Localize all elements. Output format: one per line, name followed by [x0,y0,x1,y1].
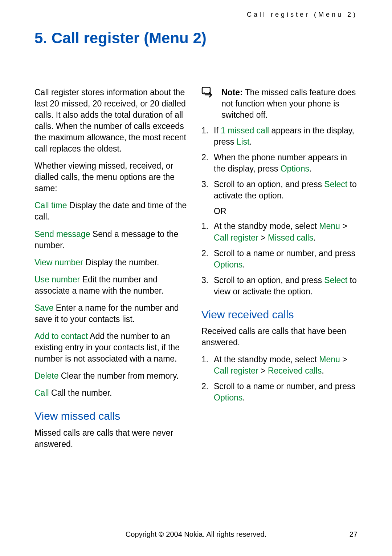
step-key: Received calls [268,366,322,375]
option-label: Call [34,388,49,398]
option-desc: Enter a name for the number and save it … [34,303,179,324]
step-text: > [340,355,347,364]
option-label: Save [34,303,53,313]
list-item: Scroll to an option, and press Select to… [201,179,358,201]
step-key: Menu [319,355,340,364]
list-item: Scroll to a name or number, and press Op… [201,248,358,270]
step-text: > [258,366,268,375]
step-key: 1 missed call [221,126,269,135]
step-key: List [237,137,250,146]
subhead-missed-calls: View missed calls [34,409,191,424]
note-icon [201,87,215,98]
option-label: Add to contact [34,331,88,341]
step-text: At the standby mode, select [214,221,319,231]
step-text: . [242,393,245,402]
option-desc: Display the number. [83,258,159,267]
step-text: . [242,260,245,269]
svg-rect-0 [202,87,210,94]
running-header: Call register (Menu 2) [34,11,358,19]
option-label: Call time [34,201,67,210]
chapter-title: 5. Call register (Menu 2) [34,29,358,47]
note-label: Note: [221,88,243,97]
list-item: At the standby mode, select Menu > Call … [201,221,358,243]
intro-paragraph-1: Call register stores information about t… [34,87,191,154]
step-key: Options [281,164,309,173]
right-column: Note: The missed calls feature does not … [201,87,358,456]
missed-calls-desc: Missed calls are calls that were never a… [34,427,191,450]
step-text: > [340,221,347,231]
list-item: When the phone number appears in the dis… [201,152,358,174]
option-use-number: Use number Edit the number and associate… [34,274,191,297]
left-column: Call register stores information about t… [34,87,191,456]
step-text: . [309,164,311,173]
or-divider: OR [214,206,358,217]
step-text: Scroll to a name or number, and press [214,249,355,258]
page-number: 27 [350,530,358,539]
step-text: At the standby mode, select [214,355,319,364]
step-key: Select [324,275,347,285]
option-view-number: View number Display the number. [34,257,191,268]
option-desc: Call the number. [49,388,112,398]
step-text: . [313,233,315,242]
step-text: > [258,233,268,242]
step-key: Call register [214,233,258,242]
option-save: Save Enter a name for the number and sav… [34,302,191,325]
list-item: Scroll to an option, and press Select to… [201,275,358,297]
subhead-received-calls: View received calls [201,307,358,322]
steps-missed-a: If 1 missed call appears in the display,… [201,125,358,201]
step-key: Select [324,180,347,189]
step-text: . [249,137,252,146]
step-text: If [214,126,221,135]
option-label: Delete [34,371,58,380]
list-item: If 1 missed call appears in the display,… [201,125,358,148]
step-key: Call register [214,366,258,375]
steps-missed-b: At the standby mode, select Menu > Call … [201,221,358,297]
step-key: Menu [319,221,340,231]
list-item: Scroll to a name or number, and press Op… [201,381,358,403]
option-send-message: Send message Send a message to the numbe… [34,229,191,251]
option-call-time: Call time Display the date and time of t… [34,200,191,222]
step-key: Missed calls [268,233,313,242]
step-text: Scroll to a name or number, and press [214,382,355,391]
step-key: Options [214,260,242,269]
recv-text: Received calls are [201,326,272,336]
option-label: View number [34,258,83,267]
step-text: . [322,366,324,375]
option-desc: Clear the number from memory. [58,371,179,380]
svg-rect-1 [204,92,205,93]
step-key: Options [214,393,242,402]
step-text: Scroll to an option, and press [214,275,324,285]
list-item: At the standby mode, select Menu > Call … [201,354,358,376]
intro-paragraph-2: Whether viewing missed, received, or dia… [34,160,191,194]
received-calls-desc: Received calls are calls that have been … [201,326,358,348]
footer-copyright: Copyright © 2004 Nokia. All rights reser… [0,530,392,539]
option-label: Use number [34,275,80,284]
step-text: Scroll to an option, and press [214,180,324,189]
note-text: Note: The missed calls feature does not … [221,87,358,121]
option-delete: Delete Clear the number from memory. [34,370,191,382]
option-add-to-contact: Add to contact Add the number to an exis… [34,331,191,364]
option-label: Send message [34,229,90,239]
note-block: Note: The missed calls feature does not … [201,87,358,121]
steps-received: At the standby mode, select Menu > Call … [201,354,358,403]
option-call: Call Call the number. [34,387,191,399]
